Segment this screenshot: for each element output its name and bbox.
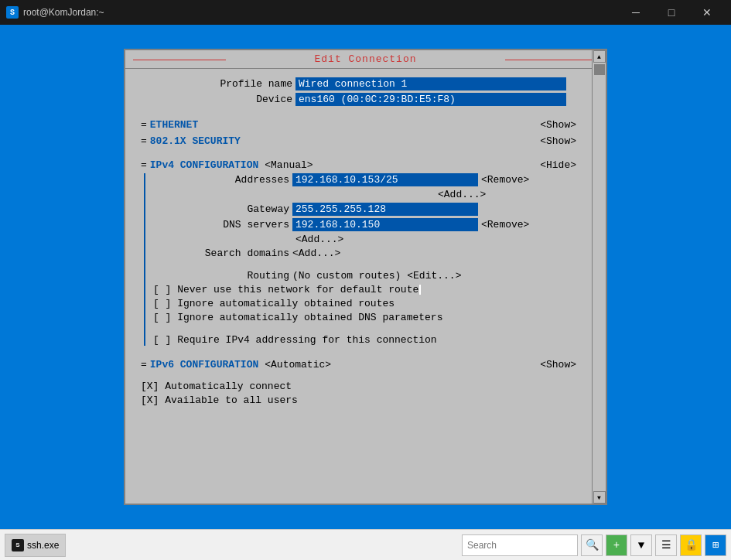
maximize-button[interactable]: □: [654, 0, 689, 25]
dns-add[interactable]: <Add...>: [295, 234, 343, 245]
addresses-value[interactable]: 192.168.10.153/25: [292, 173, 478, 186]
scrollbar[interactable]: ▲ ▼: [592, 50, 606, 504]
addresses-label: Addresses: [153, 174, 292, 186]
taskbar-app[interactable]: S ssh.exe: [5, 534, 66, 557]
never-default-row[interactable]: [ ] Never use this network for default r…: [141, 284, 576, 295]
routing-label: Routing: [153, 270, 292, 282]
require-ipv4-row[interactable]: [ ] Require IPv4 addressing for this con…: [141, 334, 576, 346]
close-button[interactable]: ✕: [689, 0, 725, 25]
search-input[interactable]: [467, 540, 545, 551]
gateway-value[interactable]: 255.255.255.128: [292, 203, 478, 216]
ipv4-content: Addresses 192.168.10.153/25 <Remove> <Ad…: [141, 173, 576, 346]
taskbar-search-box[interactable]: [462, 534, 578, 556]
taskbar: S ssh.exe 🔍 + ▼ ☰ 🔒 ⊞: [0, 529, 731, 560]
dns-add-row: <Add...>: [141, 234, 576, 245]
taskbar-app-label: ssh.exe: [27, 540, 59, 551]
require-ipv4-label[interactable]: [ ] Require IPv4 addressing for this con…: [153, 334, 437, 346]
auto-connect-row[interactable]: [X] Automatically connect: [141, 381, 576, 392]
auto-connect-label[interactable]: [X] Automatically connect: [141, 381, 292, 392]
all-users-row[interactable]: [X] Available to all users: [141, 394, 576, 406]
dns-label: DNS servers: [153, 219, 292, 230]
device-value[interactable]: ens160 (00:0C:29:BD:E5:F8): [295, 93, 566, 106]
ignore-dns-row[interactable]: [ ] Ignore automatically obtained DNS pa…: [141, 312, 576, 323]
ethernet-section: = ETHERNET <Show>: [141, 119, 576, 131]
ethernet-label: ETHERNET: [150, 119, 198, 131]
search-button[interactable]: 🔍: [581, 534, 603, 556]
routing-value[interactable]: (No custom routes) <Edit...>: [292, 270, 461, 282]
menu-button[interactable]: ☰: [655, 534, 677, 556]
title-bar: S root@KomJordan:~ ─ □ ✕: [0, 0, 731, 25]
minimize-button[interactable]: ─: [618, 0, 654, 25]
dialog-title: Edit Connection: [125, 50, 606, 69]
ipv4-mode[interactable]: <Manual>: [265, 159, 313, 171]
scroll-thumb[interactable]: [594, 64, 605, 75]
addresses-row: Addresses 192.168.10.153/25 <Remove>: [141, 173, 576, 186]
dialog-content: Profile name Wired connection 1 Device e…: [125, 69, 592, 415]
search-domains-label: Search domains: [153, 248, 292, 259]
security-label: 802.1X SECURITY: [150, 135, 241, 147]
addresses-add[interactable]: <Add...>: [438, 189, 486, 200]
dns-remove[interactable]: <Remove>: [481, 219, 529, 230]
ipv6-label: IPv6 CONFIGURATION: [150, 359, 258, 370]
ipv4-label: IPv4 CONFIGURATION: [150, 159, 258, 171]
ipv6-mode[interactable]: <Automatic>: [265, 359, 331, 370]
dropdown-button[interactable]: ▼: [630, 534, 652, 556]
scroll-down[interactable]: ▼: [593, 491, 606, 504]
window-controls: ─ □ ✕: [618, 0, 725, 25]
addresses-add-row: <Add...>: [141, 189, 576, 200]
never-default-label[interactable]: [ ] Never use this network for default r…: [153, 284, 418, 295]
scroll-up[interactable]: ▲: [593, 50, 606, 63]
lock-button[interactable]: 🔒: [680, 534, 702, 556]
grid-button[interactable]: ⊞: [705, 534, 726, 556]
profile-name-row: Profile name Wired connection 1: [141, 77, 576, 90]
security-show[interactable]: <Show>: [540, 135, 576, 147]
ipv6-section: = IPv6 CONFIGURATION <Automatic> <Show>: [141, 359, 576, 370]
dns-row: DNS servers 192.168.10.150 <Remove>: [141, 218, 576, 231]
device-row: Device ens160 (00:0C:29:BD:E5:F8): [141, 93, 576, 106]
ipv6-show[interactable]: <Show>: [540, 359, 576, 370]
edit-connection-dialog: Edit Connection ▲ ▼ Profile name Wired c…: [124, 49, 607, 505]
ignore-dns-label[interactable]: [ ] Ignore automatically obtained DNS pa…: [153, 312, 442, 323]
window-title: root@KomJordan:~: [23, 7, 104, 18]
ipv4-show[interactable]: <Hide>: [540, 159, 576, 171]
ignore-routes-row[interactable]: [ ] Ignore automatically obtained routes: [141, 298, 576, 309]
security-section: = 802.1X SECURITY <Show>: [141, 135, 576, 147]
dns-value[interactable]: 192.168.10.150: [292, 218, 478, 231]
profile-name-value[interactable]: Wired connection 1: [295, 77, 566, 90]
gateway-row: Gateway 255.255.255.128: [141, 203, 576, 216]
ipv4-section: = IPv4 CONFIGURATION <Manual> <Hide>: [141, 159, 576, 171]
search-domains-row: Search domains <Add...>: [141, 248, 576, 259]
ethernet-show[interactable]: <Show>: [540, 119, 576, 131]
terminal-area: Edit Connection ▲ ▼ Profile name Wired c…: [0, 25, 731, 529]
app-icon: S: [6, 6, 19, 19]
ignore-routes-label[interactable]: [ ] Ignore automatically obtained routes: [153, 298, 395, 309]
addresses-remove[interactable]: <Remove>: [481, 174, 529, 186]
taskbar-app-icon: S: [12, 539, 24, 551]
green-icon-button[interactable]: +: [606, 534, 627, 556]
gateway-label: Gateway: [153, 203, 292, 215]
device-label: Device: [141, 94, 295, 105]
profile-name-label: Profile name: [141, 78, 295, 90]
routing-row: Routing (No custom routes) <Edit...>: [141, 270, 576, 282]
all-users-label[interactable]: [X] Available to all users: [141, 394, 298, 406]
search-domains-add[interactable]: <Add...>: [292, 248, 340, 259]
